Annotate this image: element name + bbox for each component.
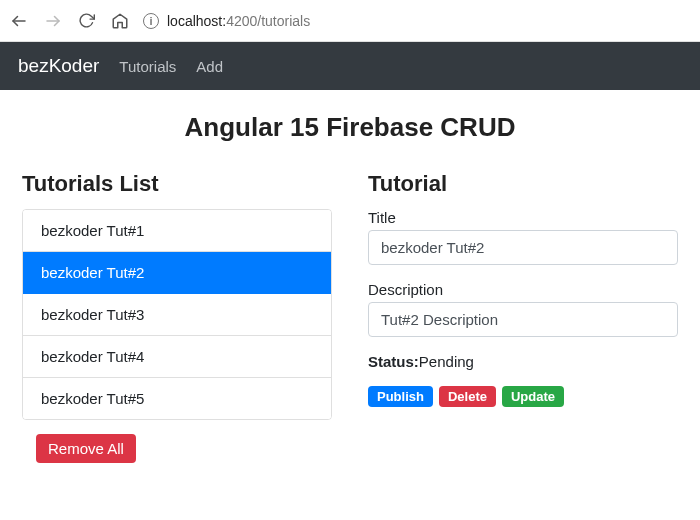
nav-link-add[interactable]: Add	[196, 58, 223, 75]
status-line: Status:Pending	[368, 353, 678, 370]
site-info-icon[interactable]: i	[143, 13, 159, 29]
list-item[interactable]: bezkoder Tut#1	[23, 210, 331, 252]
page-title: Angular 15 Firebase CRUD	[22, 112, 678, 143]
reload-icon[interactable]	[78, 12, 95, 29]
list-item-label: bezkoder Tut#4	[41, 348, 144, 365]
page-body: Angular 15 Firebase CRUD Tutorials List …	[0, 90, 700, 493]
columns: Tutorials List bezkoder Tut#1 bezkoder T…	[22, 171, 678, 463]
title-input[interactable]	[368, 230, 678, 265]
tutorial-detail-column: Tutorial Title Description Status:Pendin…	[368, 171, 678, 463]
list-heading: Tutorials List	[22, 171, 332, 197]
browser-toolbar: i localhost:4200/tutorials	[0, 0, 700, 42]
back-icon[interactable]	[10, 12, 28, 30]
list-item-label: bezkoder Tut#3	[41, 306, 144, 323]
url-host: localhost:	[167, 13, 226, 29]
list-item-label: bezkoder Tut#1	[41, 222, 144, 239]
status-value: Pending	[419, 353, 474, 370]
list-item-label: bezkoder Tut#2	[41, 264, 144, 281]
status-label: Status:	[368, 353, 419, 370]
url-path: 4200/tutorials	[226, 13, 310, 29]
tutorials-list-column: Tutorials List bezkoder Tut#1 bezkoder T…	[22, 171, 332, 463]
detail-actions: Publish Delete Update	[368, 386, 678, 407]
list-item[interactable]: bezkoder Tut#2	[23, 252, 331, 294]
description-input[interactable]	[368, 302, 678, 337]
update-button[interactable]: Update	[502, 386, 564, 407]
detail-heading: Tutorial	[368, 171, 678, 197]
delete-button[interactable]: Delete	[439, 386, 496, 407]
description-label: Description	[368, 281, 678, 298]
browser-nav-icons	[10, 12, 129, 30]
app-navbar: bezKoder Tutorials Add	[0, 42, 700, 90]
home-icon[interactable]	[111, 12, 129, 30]
publish-button[interactable]: Publish	[368, 386, 433, 407]
brand[interactable]: bezKoder	[18, 55, 99, 77]
list-item[interactable]: bezkoder Tut#5	[23, 378, 331, 419]
list-item[interactable]: bezkoder Tut#3	[23, 294, 331, 336]
remove-all-button[interactable]: Remove All	[36, 434, 136, 463]
list-item-label: bezkoder Tut#5	[41, 390, 144, 407]
title-label: Title	[368, 209, 678, 226]
list-item[interactable]: bezkoder Tut#4	[23, 336, 331, 378]
url-text: localhost:4200/tutorials	[167, 13, 310, 29]
tutorials-list: bezkoder Tut#1 bezkoder Tut#2 bezkoder T…	[22, 209, 332, 420]
forward-icon[interactable]	[44, 12, 62, 30]
remove-all-wrap: Remove All	[22, 434, 332, 463]
nav-link-tutorials[interactable]: Tutorials	[119, 58, 176, 75]
address-bar[interactable]: i localhost:4200/tutorials	[143, 13, 310, 29]
